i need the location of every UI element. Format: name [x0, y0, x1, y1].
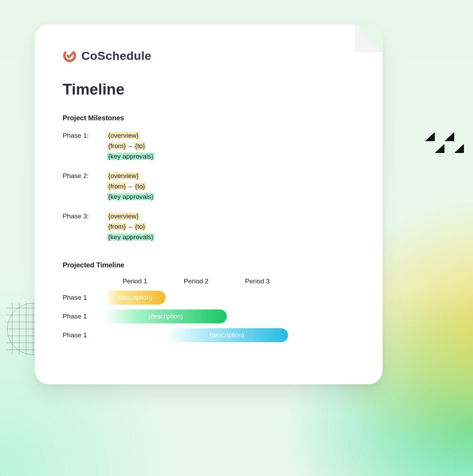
- phase-body: {overview}{from}–{to}{key approvals}: [107, 171, 355, 202]
- approvals-placeholder: {key approvals}: [107, 153, 154, 160]
- svg-marker-16: [444, 132, 454, 141]
- projected-heading: Projected Timeline: [63, 261, 355, 269]
- to-placeholder: {to}: [134, 142, 146, 150]
- svg-marker-15: [425, 132, 435, 141]
- to-placeholder: {to}: [134, 183, 146, 190]
- brand: CoSchedule: [63, 49, 355, 63]
- phase-row: Phase 3:{overview}{from}–{to}{key approv…: [63, 211, 355, 242]
- document-card: CoSchedule Timeline Project Milestones P…: [35, 24, 383, 384]
- gantt-row-label: Phase 1: [63, 331, 104, 339]
- brand-name: CoSchedule: [81, 49, 151, 63]
- svg-marker-18: [454, 144, 464, 153]
- gantt-track: (description): [104, 328, 288, 342]
- milestones-heading: Project Milestones: [63, 114, 355, 122]
- svg-marker-17: [435, 144, 444, 153]
- gantt-row-label: Phase 1: [63, 313, 104, 320]
- gantt-bar: (description): [166, 328, 288, 342]
- gantt-row: Phase 1(description): [63, 291, 355, 305]
- period-label: Period 1: [104, 277, 166, 285]
- period-label: Period 3: [227, 277, 288, 285]
- overview-placeholder: {overview}: [107, 212, 140, 220]
- gantt-track: (description): [104, 291, 288, 305]
- period-label: Period 2: [166, 277, 227, 285]
- gantt-row-label: Phase 1: [63, 294, 104, 301]
- gantt-bar: (description): [104, 309, 227, 323]
- from-placeholder: {from}: [107, 223, 127, 230]
- gantt-row: Phase 1(description): [63, 328, 355, 342]
- phase-body: {overview}{from}–{to}{key approvals}: [107, 211, 355, 242]
- gantt-bar: (description): [104, 291, 166, 305]
- phase-label: Phase 1:: [63, 130, 104, 162]
- phase-label: Phase 3:: [63, 211, 104, 242]
- overview-placeholder: {overview}: [107, 172, 140, 179]
- phase-body: {overview}{from}–{to}{key approvals}: [107, 130, 355, 162]
- gantt-row: Phase 1(description): [63, 309, 355, 323]
- projected-timeline-section: Projected Timeline Period 1 Period 2 Per…: [63, 261, 355, 342]
- phase-label: Phase 2:: [63, 171, 104, 202]
- dash: –: [127, 223, 134, 230]
- approvals-placeholder: {key approvals}: [107, 193, 154, 200]
- from-placeholder: {from}: [107, 142, 127, 150]
- to-placeholder: {to}: [134, 223, 146, 230]
- from-placeholder: {from}: [107, 183, 127, 190]
- coschedule-logo-icon: [63, 49, 77, 63]
- phase-row: Phase 1:{overview}{from}–{to}{key approv…: [63, 130, 355, 162]
- page-fold-icon: [355, 24, 383, 52]
- milestones-section: Project Milestones Phase 1:{overview}{fr…: [63, 114, 355, 242]
- dash: –: [127, 183, 134, 190]
- decorative-triangles: [425, 132, 467, 174]
- overview-placeholder: {overview}: [107, 132, 140, 139]
- approvals-placeholder: {key approvals}: [107, 233, 154, 241]
- gantt-track: (description): [104, 309, 288, 323]
- dash: –: [127, 142, 134, 150]
- period-header: Period 1 Period 2 Period 3: [63, 277, 355, 285]
- phase-row: Phase 2:{overview}{from}–{to}{key approv…: [63, 171, 355, 202]
- page-title: Timeline: [63, 81, 355, 98]
